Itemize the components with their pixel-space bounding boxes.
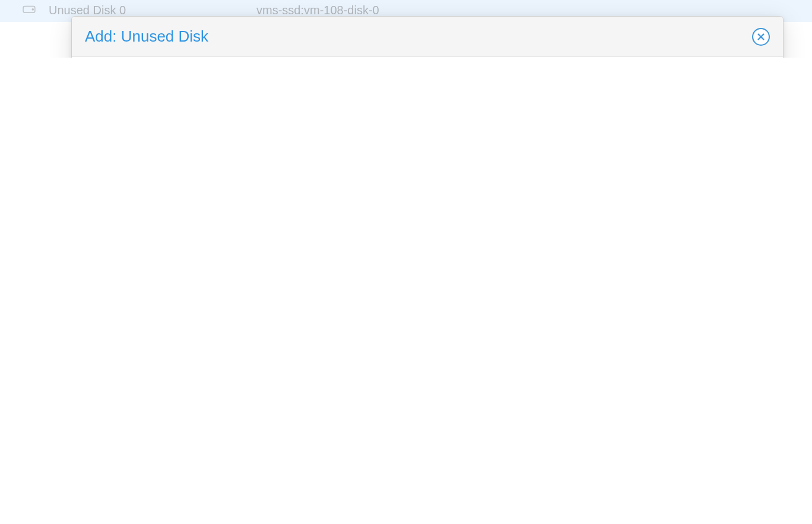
background-row-name: Unused Disk 0 bbox=[49, 4, 256, 17]
close-icon bbox=[756, 32, 766, 42]
close-button[interactable] bbox=[752, 28, 770, 46]
dialog-header: Add: Unused Disk bbox=[72, 17, 783, 57]
disk-icon bbox=[23, 4, 36, 17]
svg-point-1 bbox=[32, 9, 33, 10]
background-row-value: vms-ssd:vm-108-disk-0 bbox=[256, 4, 379, 17]
dialog-title: Add: Unused Disk bbox=[85, 27, 208, 46]
add-unused-disk-dialog: Add: Unused Disk Bus/Device: SCSI bbox=[71, 16, 784, 58]
